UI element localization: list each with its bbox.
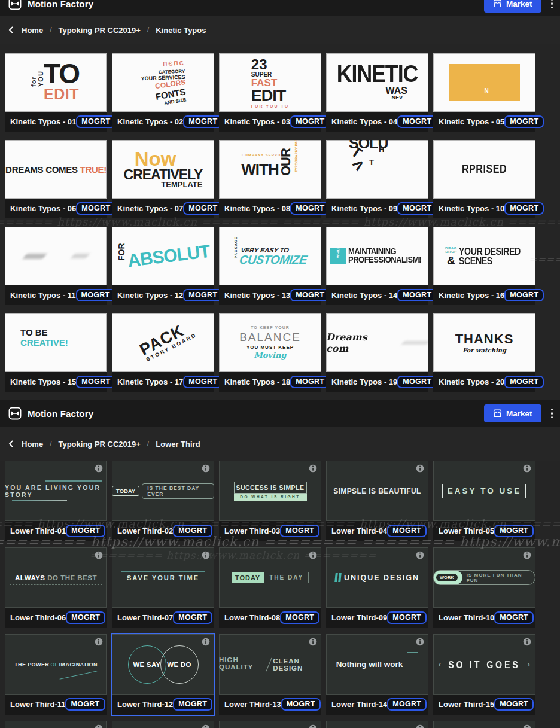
mogrt-badge: MOGRT	[280, 611, 319, 624]
info-icon[interactable]	[523, 551, 531, 559]
template-preview: SIMPSLE IS BEAUTIFUL	[326, 461, 428, 521]
info-icon[interactable]	[95, 551, 103, 559]
info-icon[interactable]	[95, 724, 103, 728]
market-button[interactable]: Market	[484, 404, 541, 422]
breadcrumb-pack[interactable]: Typoking PR CC2019+	[58, 26, 140, 35]
info-icon[interactable]	[202, 464, 210, 473]
template-title: Kinetic Typos - 06	[10, 204, 76, 213]
template-preview: HIGH QUALITY CLEAN DESIGN	[219, 634, 321, 695]
template-card[interactable]: Nothing will work Lower Third-14MOGRT	[326, 634, 428, 715]
template-card[interactable]: TODAY IS THE BEST DAY EVER Lower Third-0…	[112, 461, 214, 541]
template-title: Kinetic Typos - 08	[224, 204, 290, 213]
template-card[interactable]: RPRISED Kinetic Typos - 10MOGRT	[433, 140, 535, 218]
template-card[interactable]: WORK IS MORE FUN THAN FUN Lower Third-10…	[433, 547, 535, 628]
template-card[interactable]	[326, 721, 428, 728]
template-card[interactable]: ‹ SO IT GOES › Lower Third-15MOGRT	[433, 634, 535, 715]
info-icon[interactable]	[523, 724, 531, 728]
template-card[interactable]: THANKS For watching Kinetic Typos - 20MO…	[433, 313, 535, 392]
template-card[interactable]	[433, 721, 535, 728]
template-card[interactable]: EASY TO USE Lower Third-05MOGRT	[433, 461, 535, 541]
template-card[interactable]: H T SOLUTɅ Kinetic Typos - 09MOGRT	[326, 140, 428, 218]
breadcrumb-home[interactable]: Home	[22, 26, 43, 35]
template-card[interactable]	[5, 721, 107, 728]
template-preview: H T SOLUTɅ	[326, 140, 428, 199]
info-icon[interactable]	[416, 638, 424, 646]
back-icon[interactable]	[8, 440, 14, 447]
template-card[interactable]: SAVE YOUR TIME Lower Third-07MOGRT	[112, 547, 214, 628]
template-preview: TO BE CREATIVE!	[5, 313, 107, 372]
info-icon[interactable]	[95, 464, 103, 473]
breadcrumb-home[interactable]: Home	[22, 440, 43, 449]
info-icon[interactable]	[416, 724, 424, 728]
template-card[interactable]: YOU ARE LIVING YOUR STORY Lower Third-01…	[5, 461, 107, 541]
template-card[interactable]: DRAG DROP & YOUR DESIRED SCENES Kinetic …	[433, 227, 535, 305]
design-bars-icon	[335, 573, 341, 582]
template-title: Kinetic Typos - 09	[331, 204, 397, 213]
info-icon[interactable]	[416, 551, 424, 559]
info-icon[interactable]	[309, 638, 317, 646]
breadcrumb-pack[interactable]: Typoking PR CC2019+	[58, 440, 140, 449]
more-options-icon[interactable]	[551, 0, 553, 8]
template-card[interactable]: FOR ABSOLUT Kinetic Typos - 12MOGRT	[112, 227, 214, 305]
market-button[interactable]: Market	[484, 0, 541, 13]
template-card[interactable]: Kinetic Typos - 11MOGRT	[5, 227, 107, 305]
template-preview	[5, 227, 107, 285]
mogrt-badge: MOGRT	[173, 698, 212, 711]
breadcrumb: Home / Typoking PR CC2019+ / Lower Third	[0, 427, 560, 461]
template-card[interactable]: TO KEEP YOUR BALANCE YOU MUST KEEP Movin…	[219, 313, 321, 392]
template-title: Kinetic Typos - 12	[117, 291, 183, 300]
template-card[interactable]: for YOU TOEDIT Kinetic Typos - 01MOGRT	[5, 53, 107, 132]
mogrt-badge: MOGRT	[65, 698, 105, 711]
template-card[interactable]: SUCCESS IS SIMPLE DO WHAT IS RIGHT Lower…	[219, 461, 321, 541]
info-icon[interactable]	[202, 638, 210, 646]
breadcrumb: Home / Typoking PR CC2019+ / Kinetic Typ…	[0, 16, 560, 44]
app-header: Motion Factory Market	[0, 0, 560, 16]
more-options-icon[interactable]	[551, 409, 553, 419]
info-icon[interactable]	[416, 464, 424, 473]
info-icon[interactable]	[202, 551, 210, 559]
template-card[interactable]: COMPANY SERVICES WITH OUR TYPOGRAPHY PAC…	[219, 140, 321, 218]
breadcrumb-category[interactable]: Lower Third	[156, 440, 200, 449]
template-preview	[112, 721, 214, 728]
mogrt-badge: MOGRT	[281, 698, 321, 711]
template-preview: WORK IS MORE FUN THAN FUN	[433, 547, 535, 608]
template-card[interactable]: PACKAGE VERY EASY TO CUSTOMIZE Kinetic T…	[219, 227, 321, 305]
template-preview: KINETIC WAS NEV	[326, 53, 428, 112]
info-icon[interactable]	[309, 724, 317, 728]
info-icon[interactable]	[309, 464, 317, 473]
template-title: Lower Third-01	[10, 526, 66, 535]
breadcrumb-category[interactable]: Kinetic Typos	[156, 26, 206, 35]
template-card[interactable]: WHILE MAINTAINING PROFESSIONALISM! Kinet…	[326, 227, 428, 305]
template-card[interactable]: Dreams com Kinetic Typos - 19MOGRT	[326, 313, 428, 392]
back-icon[interactable]	[8, 26, 14, 33]
template-card[interactable]: HIGH QUALITY CLEAN DESIGN Lower THird-13…	[219, 634, 321, 715]
template-card[interactable]: DREAMS COMES TRUE! Kinetic Typos - 06MOG…	[5, 140, 107, 218]
template-card[interactable]: UNIQUE DESIGN Lower Third-09MOGRT	[326, 547, 428, 628]
template-title: Lower Third-11	[10, 700, 65, 709]
template-title: Kinetic Typos - 15	[10, 377, 76, 386]
template-card-selected[interactable]: WE SAY WE DO Lower Third-12MOGRT	[112, 634, 214, 715]
template-card[interactable]: PACK STORY BOARD Kinetic Typos - 17MOGRT	[112, 313, 214, 392]
info-icon[interactable]	[202, 724, 210, 728]
template-card[interactable]: ΠЄΠЄ CATEGORY YOUR SERVICES COLORS FONTS…	[112, 53, 214, 132]
info-icon[interactable]	[523, 464, 531, 473]
template-card[interactable]: THE POWER OF IMAGINATION Lower Third-11M…	[5, 634, 107, 715]
info-icon[interactable]	[309, 551, 317, 559]
info-icon[interactable]	[95, 638, 103, 646]
template-card[interactable]: SIMPSLE IS BEAUTIFUL Lower Third-04MOGRT	[326, 461, 428, 541]
template-title: Lower THird-13	[224, 700, 281, 709]
template-card[interactable]	[112, 721, 214, 728]
template-preview: for YOU TOEDIT	[5, 53, 107, 112]
template-card[interactable]: TO BE CREATIVE! Kinetic Typos - 15MOGRT	[5, 313, 107, 392]
store-icon	[493, 409, 502, 418]
template-card[interactable]	[219, 721, 321, 728]
template-preview: ALWAYS DO THE BEST	[5, 547, 107, 608]
mogrt-badge: MOGRT	[504, 202, 544, 215]
template-card[interactable]: 23SUPER FASTEDIT FOR YOU TO Kinetic Typo…	[219, 53, 321, 132]
template-card[interactable]: TODAY THE DAY Lower Third-08MOGRT	[219, 547, 321, 628]
template-card[interactable]: KINETIC WAS NEV Kinetic Typos - 04MOGRT	[326, 53, 428, 132]
template-card[interactable]: N Kinetic Typos - 05MOGRT	[433, 53, 535, 132]
template-card[interactable]: ALWAYS DO THE BEST Lower Third-06MOGRT	[5, 547, 107, 628]
info-icon[interactable]	[523, 638, 531, 646]
template-card[interactable]: Now CREATIVELY TEMPLATE Kinetic Typos - …	[112, 140, 214, 218]
